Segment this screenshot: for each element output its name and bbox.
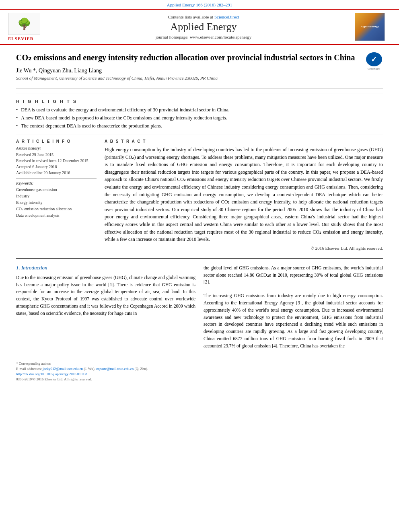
highlight-text-1: DEA is used to evaluate the energy and e… <box>21 107 229 113</box>
bullet-icon: • <box>16 123 18 129</box>
keyword-2: Industry <box>16 193 97 199</box>
doi-link[interactable]: http://dx.doi.org/10.1016/j.apenergy.201… <box>16 372 87 376</box>
tree-icon: 🌳 <box>17 18 31 30</box>
email2-name: (Q. Zhu). <box>134 367 148 371</box>
elsevier-logo-box: 🌳 <box>8 13 40 35</box>
highlight-text-3: The context-dependent DEA is used to cha… <box>21 123 162 129</box>
journal-link-bar: Applied Energy 166 (2016) 282–291 <box>0 0 399 9</box>
revised-date: Received in revised form 12 December 201… <box>16 158 97 164</box>
accepted-date: Accepted 6 January 2016 <box>16 164 97 170</box>
main-content: CO₂ emissions and energy intensity reduc… <box>0 45 399 381</box>
keyword-5: Data envelopment analysis <box>16 212 97 219</box>
intro-col2-para2: The increasing GHG emissions from indust… <box>204 292 383 350</box>
intro-heading: 1. Introduction <box>16 265 195 271</box>
keyword-3: Energy intensity <box>16 199 97 206</box>
email1-name: (J. Wu), <box>84 367 95 371</box>
major-divider <box>16 258 383 259</box>
email1-link[interactable]: jacky012@mail.ustc.edu.cn <box>43 367 83 371</box>
corresponding-author-note: * Corresponding author. <box>16 362 383 366</box>
keyword-1: Greenhouse gas emission <box>16 187 97 193</box>
paper-title-section: CO₂ emissions and energy intensity reduc… <box>16 45 383 89</box>
intro-col1-para1: Due to the increasing emission of greenh… <box>16 274 195 317</box>
abstract-heading: A B S T R A C T <box>105 139 383 144</box>
elsevier-logo-area: 🌳 ELSEVIER <box>8 13 52 41</box>
elsevier-text: ELSEVIER <box>8 36 34 41</box>
highlight-item-3: • The context-dependent DEA is used to c… <box>16 123 383 129</box>
journal-homepage: journal homepage: www.elsevier.com/locat… <box>52 35 355 39</box>
header-center: Contents lists available at ScienceDirec… <box>52 14 355 39</box>
paper-title: CO₂ emissions and energy intensity reduc… <box>16 52 359 63</box>
highlight-item-1: • DEA is used to evaluate the energy and… <box>16 107 383 113</box>
journal-title: Applied Energy <box>52 21 355 33</box>
intro-col2-para1: the global level of GHG emissions. As a … <box>204 265 383 286</box>
section-divider-2 <box>16 134 383 134</box>
highlights-section: H I G H L I G H T S • DEA is used to eva… <box>16 99 383 129</box>
crossmark-icon: ✓ <box>366 52 382 66</box>
article-info-abstract-area: A R T I C L E I N F O Article history: R… <box>16 139 383 251</box>
journal-header: 🌳 ELSEVIER Contents lists available at S… <box>0 9 399 45</box>
bullet-icon: • <box>16 107 18 113</box>
introduction-section: 1. Introduction Due to the increasing em… <box>16 265 383 350</box>
info-divider-1 <box>16 178 97 179</box>
page-footer: * Corresponding author. E-mail addresses… <box>16 358 383 381</box>
paper-title-text: CO₂ emissions and energy intensity reduc… <box>16 52 359 84</box>
journal-link[interactable]: Applied Energy 166 (2016) 282–291 <box>167 2 232 7</box>
crossmark-badge: ✓ CrossMark <box>365 52 383 70</box>
crossmark-label: CrossMark <box>368 67 380 70</box>
intro-col-left: 1. Introduction Due to the increasing em… <box>16 265 195 350</box>
received-date: Received 29 June 2015 <box>16 152 97 158</box>
keyword-4: CO₂ emission reduction allocation <box>16 206 97 212</box>
intro-col-right: the global level of GHG emissions. As a … <box>204 265 383 350</box>
copyright-line: © 2016 Elsevier Ltd. All rights reserved… <box>105 246 383 251</box>
email2-link[interactable]: zqrustc@mail.ustc.edu.cn <box>96 367 134 371</box>
issn-line: 0306-2619/© 2016 Elsevier Ltd. All right… <box>16 377 383 381</box>
article-history-heading: Article history: <box>16 146 97 150</box>
doi-line: http://dx.doi.org/10.1016/j.apenergy.201… <box>16 372 383 376</box>
section-divider-1 <box>16 94 383 94</box>
authors: Jie Wu *, Qingyuan Zhu, Liang Liang <box>16 68 359 74</box>
highlight-item-2: • A new DEA-based model is proposed to a… <box>16 115 383 121</box>
available-date: Available online 20 January 2016 <box>16 170 97 176</box>
abstract-col: A B S T R A C T High energy consumption … <box>105 139 383 251</box>
applied-energy-badge: AppliedEnergy <box>355 13 385 41</box>
keywords-heading: Keywords: <box>16 181 97 185</box>
article-info-heading: A R T I C L E I N F O <box>16 139 97 144</box>
article-info-col: A R T I C L E I N F O Article history: R… <box>16 139 97 251</box>
email-label: E-mail addresses: <box>16 367 42 371</box>
highlight-text-2: A new DEA-based model is proposed to all… <box>21 115 227 121</box>
bullet-icon: • <box>16 115 18 121</box>
highlights-heading: H I G H L I G H T S <box>16 99 383 104</box>
affiliation: School of Management, University of Scie… <box>16 76 359 80</box>
applied-energy-badge-area: AppliedEnergy <box>355 13 391 41</box>
email-addresses: E-mail addresses: jacky012@mail.ustc.edu… <box>16 367 383 371</box>
abstract-text: High energy consumption by the industry … <box>105 146 383 243</box>
contents-available: Contents lists available at ScienceDirec… <box>52 14 355 19</box>
sciencedirect-link[interactable]: ScienceDirect <box>214 14 239 19</box>
